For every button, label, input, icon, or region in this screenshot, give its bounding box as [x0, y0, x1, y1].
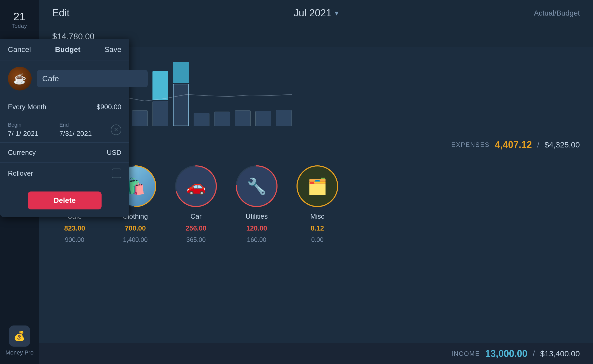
- chart-bar-actual: [173, 62, 189, 83]
- chart-bar-budget: [152, 101, 168, 126]
- category-actual: 256.00: [185, 224, 207, 232]
- category-actual: 823.00: [64, 224, 85, 232]
- chart-bar-group[interactable]: [173, 62, 189, 126]
- rollover-row: Rollover: [0, 163, 129, 184]
- currency-value: USD: [107, 149, 121, 157]
- rollover-label: Rollover: [8, 169, 33, 178]
- amount-value: $900.00: [97, 103, 121, 111]
- currency-row: Currency USD: [0, 143, 129, 163]
- chart-bars: [50, 52, 582, 129]
- chart-bar-budget: [235, 110, 251, 126]
- income-separator: /: [533, 349, 535, 358]
- today-widget[interactable]: 21 Today: [0, 0, 39, 39]
- income-bar: INCOME 13,000.00 / $13,400.00: [39, 343, 593, 364]
- end-date-group: End 7/31/ 2021: [59, 122, 106, 138]
- month-selector[interactable]: Jul 2021 ▾: [294, 7, 338, 19]
- cancel-button[interactable]: Cancel: [8, 45, 31, 54]
- expenses-divider: /: [537, 140, 539, 149]
- chart-bar-budget: [214, 112, 230, 126]
- category-name: Utilities: [246, 212, 268, 221]
- currency-label: Currency: [8, 149, 36, 157]
- delete-button[interactable]: Delete: [28, 191, 102, 209]
- category-card[interactable]: 🔧 Utilities 120.00 160.00: [234, 164, 279, 243]
- category-name: Car: [190, 212, 202, 221]
- every-month-label: Every Month: [8, 103, 46, 111]
- category-icon-inner: 🗂️: [298, 166, 337, 206]
- chart-bar-group[interactable]: [132, 110, 148, 126]
- category-image: ☕: [8, 67, 32, 90]
- save-button[interactable]: Save: [104, 45, 121, 54]
- edit-category-row: ☕: [0, 60, 129, 97]
- begin-value[interactable]: 7/ 1/ 2021: [8, 130, 54, 138]
- income-actual: 13,000.00: [485, 348, 527, 359]
- chart-bar-budget: [276, 110, 292, 126]
- expenses-budget: $4,325.00: [545, 140, 580, 149]
- category-icon-ring: 🗂️: [295, 164, 340, 209]
- chart-bar-budget: [132, 110, 148, 126]
- category-actual: 700.00: [125, 224, 146, 232]
- category-budget: 900.00: [65, 236, 84, 243]
- chart-bar-budget: [173, 84, 189, 126]
- end-value[interactable]: 7/31/ 2021: [59, 130, 106, 138]
- income-budget: $13,400.00: [540, 349, 580, 358]
- chart-bar-budget: [194, 113, 209, 126]
- category-icon-ring: 🚗: [174, 164, 218, 209]
- expenses-actual: 4,407.12: [495, 139, 532, 150]
- begin-date-group: Begin 7/ 1/ 2021: [8, 122, 54, 138]
- app-icon: 💰: [9, 325, 30, 347]
- chart-bar-actual: [152, 71, 168, 100]
- app-info: 💰 Money Pro: [6, 325, 34, 356]
- today-date: 21: [13, 10, 26, 23]
- income-label: INCOME: [451, 350, 480, 357]
- end-label: End: [59, 122, 106, 128]
- category-budget: 1,400.00: [123, 236, 147, 243]
- frequency-row: Every Month $900.00: [0, 97, 129, 117]
- category-budget: 0.00: [311, 236, 324, 243]
- category-actual: 8.12: [311, 224, 324, 232]
- chart-bar-budget: [255, 111, 271, 126]
- month-label: Jul 2021: [294, 7, 332, 19]
- category-budget: 160.00: [247, 236, 266, 243]
- chart-bar-group[interactable]: [276, 110, 292, 126]
- chart-bar-group[interactable]: [235, 110, 251, 126]
- edit-title: Edit: [52, 7, 69, 19]
- category-name: Misc: [310, 212, 324, 221]
- category-card[interactable]: 🚗 Car 256.00 365.00: [174, 164, 218, 243]
- header: Edit Jul 2021 ▾ Actual/Budget: [39, 0, 593, 26]
- chart-bar-group[interactable]: [255, 111, 271, 126]
- month-dropdown-icon: ▾: [335, 9, 338, 17]
- dates-row: Begin 7/ 1/ 2021 End 7/31/ 2021 ✕: [0, 117, 129, 143]
- clear-date-button[interactable]: ✕: [111, 124, 121, 135]
- category-actual: 120.00: [246, 224, 267, 232]
- rollover-checkbox[interactable]: [112, 169, 121, 178]
- chart-bar-group[interactable]: [214, 112, 230, 126]
- today-label-text: Today: [12, 23, 27, 29]
- category-budget: 365.00: [186, 236, 205, 243]
- app-name-label: Money Pro: [6, 349, 34, 356]
- chart-bar-group[interactable]: [194, 113, 209, 126]
- category-icon-inner: 🚗: [176, 166, 216, 206]
- edit-toolbar: Cancel Budget Save: [0, 39, 129, 60]
- chart-bar-group[interactable]: [152, 71, 168, 126]
- actual-budget-label: Actual/Budget: [534, 9, 580, 17]
- category-card[interactable]: 🗂️ Misc 8.12 0.00: [295, 164, 340, 243]
- category-icon-inner: 🔧: [237, 166, 276, 206]
- expenses-label: EXPENSES: [451, 141, 490, 149]
- category-name-input[interactable]: [37, 70, 148, 87]
- category-icon-ring: 🔧: [234, 164, 279, 209]
- budget-title: Budget: [55, 45, 80, 54]
- begin-label: Begin: [8, 122, 54, 128]
- edit-panel: Cancel Budget Save ☕ Every Month $900.00…: [0, 39, 129, 217]
